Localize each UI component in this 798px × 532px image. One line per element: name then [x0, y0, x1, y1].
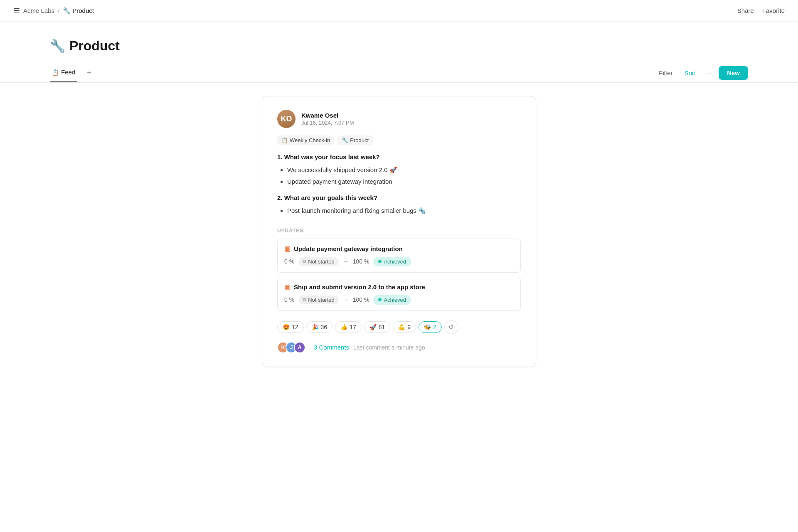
list-item: Updated payment gateway integration [287, 176, 521, 187]
update-2-icon: ▣ [284, 283, 291, 291]
toolbar: Filter Sort ··· New [655, 66, 748, 80]
update-1-status-from: Not started [298, 257, 339, 266]
commenter-avatar-3: A [294, 342, 305, 353]
updates-label: UPDATES [277, 228, 521, 234]
reaction-rocket-count: 81 [379, 324, 385, 330]
post-timestamp: Jul 16, 2024, 7:07 PM [301, 120, 354, 126]
breadcrumb-page-icon: 🔧 [63, 7, 71, 15]
reaction-celebrate[interactable]: 🎉 36 [306, 321, 333, 333]
section-2-bullets: Post-launch monitoring and fixing smalle… [277, 205, 521, 216]
comments-row: K J A 3 Comments Last comment a minute a… [277, 342, 521, 353]
reaction-muscle-count: 9 [407, 324, 411, 330]
breadcrumb-workspace[interactable]: Acme Labs [23, 7, 54, 14]
breadcrumb-current-page: 🔧 Product [63, 7, 94, 15]
update-2-title: ▣ Ship and submit version 2.0 to the app… [284, 283, 514, 291]
tag-weekly-checkin[interactable]: 📋 Weekly Check-in [277, 135, 334, 145]
feed-card: KO Kwame Osei Jul 16, 2024, 7:07 PM 📋 We… [262, 96, 536, 367]
author-name: Kwame Osei [301, 112, 354, 119]
tag-checkin-icon: 📋 [281, 137, 288, 143]
reaction-rocket[interactable]: 🚀 81 [364, 321, 391, 333]
update-2-to-pct: 100 % [353, 296, 369, 303]
reactions-row: 😍 12 🎉 36 👍 17 🚀 81 💪 9 🐝 2 [277, 320, 521, 334]
share-button[interactable]: Share [737, 7, 754, 14]
status-dot-empty-2 [303, 298, 306, 301]
update-1-from-pct: 0 % [284, 258, 294, 265]
arrow-icon-2: → [343, 296, 349, 303]
update-2-from-pct: 0 % [284, 296, 294, 303]
list-item: We successfully shipped version 2.0 🚀 [287, 165, 521, 175]
main-content: KO Kwame Osei Jul 16, 2024, 7:07 PM 📋 We… [0, 83, 798, 380]
reaction-celebrate-emoji: 🎉 [312, 324, 319, 330]
reaction-love[interactable]: 😍 12 [277, 321, 304, 333]
update-item-2: ▣ Ship and submit version 2.0 to the app… [277, 277, 521, 311]
card-tags: 📋 Weekly Check-in 🔧 Product [277, 135, 521, 145]
section-2-heading: 2. What are your goals this week? [277, 194, 521, 201]
update-1-meta: 0 % Not started → 100 % Achieved [284, 257, 514, 266]
card-content: 1. What was your focus last week? We suc… [277, 153, 521, 216]
reaction-muscle-emoji: 💪 [398, 324, 405, 330]
update-2-status-from: Not started [298, 296, 339, 304]
update-2-meta: 0 % Not started → 100 % Achieved [284, 295, 514, 305]
section-1-heading: 1. What was your focus last week? [277, 153, 521, 160]
achieved-dot [378, 260, 382, 263]
reaction-love-emoji: 😍 [283, 324, 290, 330]
author-info: Kwame Osei Jul 16, 2024, 7:07 PM [301, 112, 354, 126]
breadcrumb-separator: / [58, 7, 59, 14]
menu-icon[interactable]: ☰ [13, 6, 20, 15]
sort-button[interactable]: Sort [681, 68, 699, 78]
tabs-list: 📋 Feed + [50, 64, 93, 82]
breadcrumb: ☰ Acme Labs / 🔧 Product [13, 6, 94, 15]
reaction-thumbsup-count: 17 [350, 324, 356, 330]
page-header: 🔧 Product [0, 22, 798, 64]
update-1-title: ▣ Update payment gateway integration [284, 245, 514, 253]
more-options-button[interactable]: ··· [704, 67, 714, 79]
tabs-bar: 📋 Feed + Filter Sort ··· New [0, 64, 798, 83]
reaction-refresh-button[interactable]: ↺ [444, 320, 458, 334]
reaction-thumbsup-emoji: 👍 [340, 324, 347, 330]
avatar-image: KO [277, 110, 296, 128]
add-tab-button[interactable]: + [85, 69, 93, 77]
update-2-status-to: Achieved [373, 295, 411, 305]
section-1-bullets: We successfully shipped version 2.0 🚀 Up… [277, 165, 521, 187]
page-title: 🔧 Product [50, 38, 748, 54]
reaction-celebrate-count: 36 [321, 324, 328, 330]
filter-button[interactable]: Filter [655, 68, 676, 78]
update-1-status-to: Achieved [373, 257, 411, 266]
comment-avatars: K J A [277, 342, 302, 353]
new-button[interactable]: New [719, 66, 748, 80]
tag-product[interactable]: 🔧 Product [337, 135, 373, 145]
tab-feed[interactable]: 📋 Feed [50, 64, 77, 82]
last-comment-time: Last comment a minute ago [353, 344, 425, 351]
topnav-actions: Share Favorite [737, 7, 785, 14]
achieved-dot-2 [378, 298, 382, 301]
reaction-thumbsup[interactable]: 👍 17 [335, 321, 362, 333]
favorite-button[interactable]: Favorite [762, 7, 785, 14]
status-dot-empty [303, 260, 306, 263]
reaction-bee-count: 2 [433, 324, 436, 330]
card-header: KO Kwame Osei Jul 16, 2024, 7:07 PM [277, 110, 521, 128]
reaction-love-count: 12 [292, 324, 298, 330]
avatar: KO [277, 110, 296, 128]
list-item: Post-launch monitoring and fixing smalle… [287, 205, 521, 216]
comments-link[interactable]: 3 Comments [314, 344, 349, 351]
page-title-icon: 🔧 [50, 39, 65, 53]
reaction-bee[interactable]: 🐝 2 [419, 321, 442, 333]
arrow-icon: → [343, 258, 349, 265]
reaction-rocket-emoji: 🚀 [369, 324, 377, 330]
update-item-1: ▣ Update payment gateway integration 0 %… [277, 239, 521, 273]
update-1-to-pct: 100 % [353, 258, 369, 265]
reaction-muscle[interactable]: 💪 9 [393, 321, 416, 333]
feed-tab-icon: 📋 [52, 69, 59, 76]
update-1-icon: ▣ [284, 245, 291, 253]
reaction-bee-emoji: 🐝 [424, 324, 431, 330]
tag-product-icon: 🔧 [342, 137, 348, 143]
topnav: ☰ Acme Labs / 🔧 Product Share Favorite [0, 0, 798, 22]
refresh-icon: ↺ [448, 323, 454, 331]
